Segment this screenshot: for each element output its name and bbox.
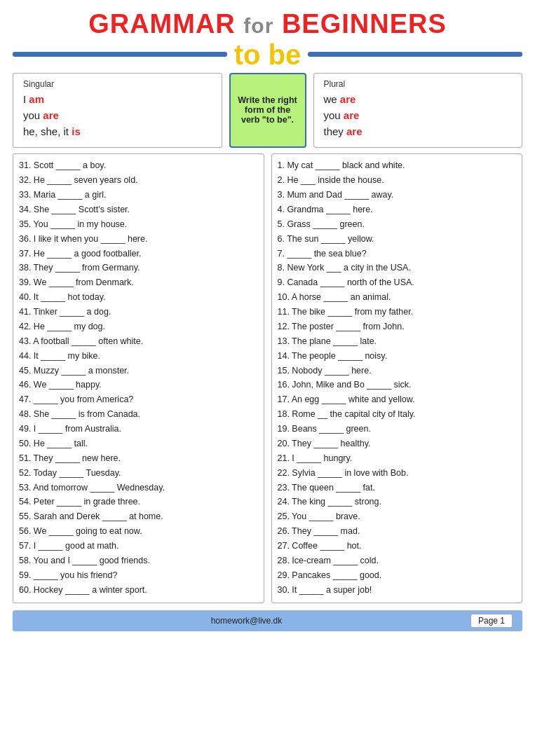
list-item: 37. He _____ a good footballer. xyxy=(19,247,258,261)
plural-they: they are xyxy=(324,125,513,137)
footer-page: Page 1 xyxy=(470,614,513,628)
singular-box: Singular I am you are he, she, it is xyxy=(13,73,222,148)
subtitle-row: to be xyxy=(13,41,522,69)
verb-is: is xyxy=(72,125,81,137)
list-item: 33. Maria _____ a girl. xyxy=(19,188,258,202)
list-item: 12. The poster _____ from John. xyxy=(278,320,517,334)
singular-label: Singular xyxy=(23,79,212,89)
list-item: 42. He _____ my dog. xyxy=(19,320,258,334)
list-item: 40. It _____ hot today. xyxy=(19,291,258,304)
list-item: 31. Scott _____ a boy. xyxy=(19,159,258,172)
list-item: 15. Nobody _____ here. xyxy=(278,364,517,378)
list-item: 36. I like it when you _____ here. xyxy=(19,233,258,246)
page: GRAMMAR for BEGINNERS to be Singular I a… xyxy=(0,0,535,756)
list-item: 26. They _____ mad. xyxy=(278,525,517,538)
list-item: 2. He ___ inside the house. xyxy=(278,174,517,187)
list-item: 7. _____ the sea blue? xyxy=(278,247,517,261)
list-item: 39. We _____ from Denmark. xyxy=(19,276,258,289)
list-item: 45. Muzzy _____ a monster. xyxy=(19,364,258,378)
list-item: 19. Beans _____ green. xyxy=(278,422,517,436)
plural-box: Plural we are you are they are xyxy=(313,73,523,148)
list-item: 18. Rome __ the capital city of Italy. xyxy=(278,408,517,421)
list-item: 48. She _____ is from Canada. xyxy=(19,408,258,421)
plural-label: Plural xyxy=(324,79,513,89)
list-item: 43. A football _____ often white. xyxy=(19,335,258,348)
blue-line-left xyxy=(13,52,227,57)
list-item: 30. It _____ a super job! xyxy=(278,584,517,597)
list-item: 13. The plane _____ late. xyxy=(278,335,517,348)
list-item: 52. Today _____ Tuesday. xyxy=(19,467,258,480)
footer-email: homework@live.dk xyxy=(22,616,470,626)
list-item: 6. The sun _____ yellow. xyxy=(278,233,517,246)
singular-i: I am xyxy=(23,93,212,105)
list-item: 25. You _____ brave. xyxy=(278,510,517,523)
singular-he: he, she, it is xyxy=(23,125,212,137)
exercises-row: 31. Scott _____ a boy.32. He _____ seven… xyxy=(13,153,522,603)
list-item: 4. Grandma _____ here. xyxy=(278,203,517,217)
list-item: 8. New York ___ a city in the USA. xyxy=(278,261,517,275)
list-item: 49. I _____ from Australia. xyxy=(19,422,258,436)
list-item: 41. Tinker _____ a dog. xyxy=(19,305,258,319)
list-item: 56. We _____ going to eat now. xyxy=(19,525,258,538)
list-item: 53. And tomorrow _____ Wednesday. xyxy=(19,481,258,495)
list-item: 17. An egg _____ white and yellow. xyxy=(278,393,517,406)
list-item: 23. The queen _____ fat. xyxy=(278,481,517,495)
list-item: 14. The people _____ noisy. xyxy=(278,350,517,363)
list-item: 35. You _____ in my house. xyxy=(19,218,258,231)
list-item: 1. My cat _____ black and white. xyxy=(278,159,517,172)
list-item: 5. Grass _____ green. xyxy=(278,218,517,231)
list-item: 59. _____ you his friend? xyxy=(19,569,258,582)
list-item: 27. Coffee _____ hot. xyxy=(278,539,517,553)
list-item: 38. They _____ from Germany. xyxy=(19,261,258,275)
exercise-col-left: 31. Scott _____ a boy.32. He _____ seven… xyxy=(13,153,264,603)
list-item: 16. John, Mike and Bo _____ sick. xyxy=(278,378,517,392)
subtitle-tobe: to be xyxy=(234,41,302,69)
list-item: 50. He _____ tall. xyxy=(19,437,258,451)
list-item: 20. They _____ healthy. xyxy=(278,437,517,451)
list-item: 9. Canada _____ north of the USA. xyxy=(278,276,517,289)
list-item: 28. Ice-cream _____ cold. xyxy=(278,554,517,568)
singular-you: you are xyxy=(23,109,212,121)
list-item: 58. You and I _____ good friends. xyxy=(19,554,258,568)
list-item: 29. Pancakes _____ good. xyxy=(278,569,517,582)
verb-are-we: are xyxy=(340,93,356,105)
list-item: 3. Mum and Dad _____ away. xyxy=(278,188,517,202)
list-item: 11. The bike _____ from my father. xyxy=(278,305,517,319)
list-item: 57. I _____ good at math. xyxy=(19,539,258,553)
main-title: GRAMMAR for BEGINNERS xyxy=(13,10,522,39)
verb-are-sing: are xyxy=(43,109,59,121)
verb-are-you-pl: are xyxy=(344,109,360,121)
list-item: 44. It _____ my bike. xyxy=(19,350,258,363)
instruction-box: Write the right form of the verb "to be"… xyxy=(229,73,306,148)
plural-you: you are xyxy=(324,109,513,121)
list-item: 34. She _____ Scott's sister. xyxy=(19,203,258,217)
list-item: 46. We _____ happy. xyxy=(19,378,258,392)
list-item: 47. _____ you from America? xyxy=(19,393,258,406)
plural-we: we are xyxy=(324,93,513,105)
list-item: 51. They _____ new here. xyxy=(19,452,258,465)
verb-are-they: are xyxy=(346,125,363,137)
list-item: 55. Sarah and Derek _____ at home. xyxy=(19,510,258,523)
blue-line-right xyxy=(308,52,522,57)
list-item: 10. A horse _____ an animal. xyxy=(278,291,517,304)
footer: homework@live.dk Page 1 xyxy=(13,610,522,631)
conjugation-row: Singular I am you are he, she, it is Wri… xyxy=(13,73,522,148)
list-item: 24. The king _____ strong. xyxy=(278,495,517,509)
list-item: 32. He _____ seven years old. xyxy=(19,174,258,187)
list-item: 60. Hockey _____ a winter sport. xyxy=(19,584,258,597)
list-item: 21. I _____ hungry. xyxy=(278,452,517,465)
list-item: 22. Sylvia _____ in love with Bob. xyxy=(278,467,517,480)
list-item: 54. Peter _____ in grade three. xyxy=(19,495,258,509)
exercise-col-right: 1. My cat _____ black and white.2. He __… xyxy=(271,153,523,603)
verb-am: am xyxy=(29,93,44,105)
